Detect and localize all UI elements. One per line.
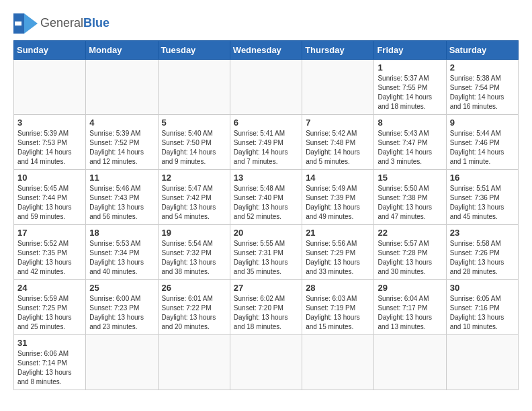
day-number: 9 [450,118,515,128]
svg-rect-2 [15,21,21,26]
day-cell: 20Sunrise: 5:55 AM Sunset: 7:31 PM Dayli… [230,225,302,280]
day-cell [230,335,302,390]
day-cell: 17Sunrise: 5:52 AM Sunset: 7:35 PM Dayli… [14,225,86,280]
logo-icon [13,13,38,34]
day-cell: 27Sunrise: 6:02 AM Sunset: 7:20 PM Dayli… [230,280,302,335]
day-info: Sunrise: 5:40 AM Sunset: 7:50 PM Dayligh… [162,129,226,167]
day-number: 20 [234,228,298,238]
day-number: 18 [89,228,154,238]
day-cell: 15Sunrise: 5:50 AM Sunset: 7:38 PM Dayli… [374,170,446,225]
day-cell [14,60,86,115]
day-info: Sunrise: 5:57 AM Sunset: 7:28 PM Dayligh… [378,239,442,277]
day-cell [374,335,446,390]
logo-text: GeneralBlue [40,17,109,30]
day-cell: 2Sunrise: 5:38 AM Sunset: 7:54 PM Daylig… [446,60,518,115]
day-info: Sunrise: 6:03 AM Sunset: 7:19 PM Dayligh… [306,294,370,332]
day-number: 28 [306,283,370,293]
day-cell: 25Sunrise: 6:00 AM Sunset: 7:23 PM Dayli… [86,280,158,335]
day-info: Sunrise: 5:59 AM Sunset: 7:25 PM Dayligh… [17,294,82,332]
day-number: 21 [306,228,370,238]
day-number: 15 [378,173,442,183]
day-info: Sunrise: 5:52 AM Sunset: 7:35 PM Dayligh… [17,239,82,277]
day-number: 26 [162,283,226,293]
day-number: 31 [17,338,82,348]
day-cell: 10Sunrise: 5:45 AM Sunset: 7:44 PM Dayli… [14,170,86,225]
day-info: Sunrise: 5:56 AM Sunset: 7:29 PM Dayligh… [306,239,370,277]
day-info: Sunrise: 5:44 AM Sunset: 7:46 PM Dayligh… [450,129,515,167]
day-number: 1 [378,62,442,73]
day-number: 13 [234,173,298,183]
day-number: 10 [17,173,82,183]
logo: GeneralBlue [13,13,109,34]
day-cell [230,60,302,115]
weekday-header-friday: Friday [374,41,446,60]
day-info: Sunrise: 5:54 AM Sunset: 7:32 PM Dayligh… [162,239,226,277]
day-cell: 28Sunrise: 6:03 AM Sunset: 7:19 PM Dayli… [302,280,374,335]
day-cell: 11Sunrise: 5:46 AM Sunset: 7:43 PM Dayli… [86,170,158,225]
day-info: Sunrise: 5:37 AM Sunset: 7:55 PM Dayligh… [378,74,442,111]
day-number: 8 [378,118,442,128]
day-cell [446,335,518,390]
day-info: Sunrise: 6:04 AM Sunset: 7:17 PM Dayligh… [378,294,442,332]
calendar: SundayMondayTuesdayWednesdayThursdayFrid… [13,40,519,390]
day-number: 6 [234,118,298,128]
day-info: Sunrise: 5:41 AM Sunset: 7:49 PM Dayligh… [234,129,298,167]
day-cell: 31Sunrise: 6:06 AM Sunset: 7:14 PM Dayli… [14,335,86,390]
day-cell: 12Sunrise: 5:47 AM Sunset: 7:42 PM Dayli… [158,170,230,225]
day-number: 3 [17,118,82,128]
day-info: Sunrise: 6:02 AM Sunset: 7:20 PM Dayligh… [234,294,298,332]
day-info: Sunrise: 5:53 AM Sunset: 7:34 PM Dayligh… [89,239,154,277]
day-cell: 19Sunrise: 5:54 AM Sunset: 7:32 PM Dayli… [158,225,230,280]
day-cell [158,60,230,115]
day-number: 24 [17,283,82,293]
day-info: Sunrise: 5:51 AM Sunset: 7:36 PM Dayligh… [450,184,515,222]
day-cell: 18Sunrise: 5:53 AM Sunset: 7:34 PM Dayli… [86,225,158,280]
day-info: Sunrise: 6:06 AM Sunset: 7:14 PM Dayligh… [17,349,82,387]
day-cell: 6Sunrise: 5:41 AM Sunset: 7:49 PM Daylig… [230,115,302,170]
day-info: Sunrise: 5:45 AM Sunset: 7:44 PM Dayligh… [17,184,82,222]
day-info: Sunrise: 5:50 AM Sunset: 7:38 PM Dayligh… [378,184,442,222]
weekday-header-wednesday: Wednesday [230,41,302,60]
weekday-header-sunday: Sunday [14,41,86,60]
day-info: Sunrise: 5:58 AM Sunset: 7:26 PM Dayligh… [450,239,515,277]
day-cell: 4Sunrise: 5:39 AM Sunset: 7:52 PM Daylig… [86,115,158,170]
day-cell: 22Sunrise: 5:57 AM Sunset: 7:28 PM Dayli… [374,225,446,280]
day-number: 11 [89,173,154,183]
weekday-header-monday: Monday [86,41,158,60]
header: GeneralBlue [13,13,519,34]
day-number: 4 [89,118,154,128]
day-number: 14 [306,173,370,183]
week-row-0: 1Sunrise: 5:37 AM Sunset: 7:55 PM Daylig… [14,60,519,115]
weekday-header-saturday: Saturday [446,41,518,60]
week-row-2: 10Sunrise: 5:45 AM Sunset: 7:44 PM Dayli… [14,170,519,225]
week-row-4: 24Sunrise: 5:59 AM Sunset: 7:25 PM Dayli… [14,280,519,335]
week-row-3: 17Sunrise: 5:52 AM Sunset: 7:35 PM Dayli… [14,225,519,280]
day-cell: 7Sunrise: 5:42 AM Sunset: 7:48 PM Daylig… [302,115,374,170]
day-info: Sunrise: 5:39 AM Sunset: 7:53 PM Dayligh… [17,129,82,167]
day-cell [86,335,158,390]
day-cell: 1Sunrise: 5:37 AM Sunset: 7:55 PM Daylig… [374,60,446,115]
day-info: Sunrise: 5:49 AM Sunset: 7:39 PM Dayligh… [306,184,370,222]
day-cell: 5Sunrise: 5:40 AM Sunset: 7:50 PM Daylig… [158,115,230,170]
day-number: 7 [306,118,370,128]
day-cell: 9Sunrise: 5:44 AM Sunset: 7:46 PM Daylig… [446,115,518,170]
day-info: Sunrise: 6:05 AM Sunset: 7:16 PM Dayligh… [450,294,515,332]
weekday-header-thursday: Thursday [302,41,374,60]
day-info: Sunrise: 5:43 AM Sunset: 7:47 PM Dayligh… [378,129,442,167]
day-cell [158,335,230,390]
week-row-5: 31Sunrise: 6:06 AM Sunset: 7:14 PM Dayli… [14,335,519,390]
day-info: Sunrise: 5:48 AM Sunset: 7:40 PM Dayligh… [234,184,298,222]
day-cell [302,60,374,115]
day-number: 29 [378,283,442,293]
day-number: 30 [450,283,515,293]
day-cell: 16Sunrise: 5:51 AM Sunset: 7:36 PM Dayli… [446,170,518,225]
day-info: Sunrise: 5:39 AM Sunset: 7:52 PM Dayligh… [89,129,154,167]
day-cell: 24Sunrise: 5:59 AM Sunset: 7:25 PM Dayli… [14,280,86,335]
day-info: Sunrise: 6:01 AM Sunset: 7:22 PM Dayligh… [162,294,226,332]
day-cell [302,335,374,390]
day-number: 17 [17,228,82,238]
day-number: 22 [378,228,442,238]
weekday-header-row: SundayMondayTuesdayWednesdayThursdayFrid… [14,41,519,60]
day-number: 23 [450,228,515,238]
day-cell: 8Sunrise: 5:43 AM Sunset: 7:47 PM Daylig… [374,115,446,170]
